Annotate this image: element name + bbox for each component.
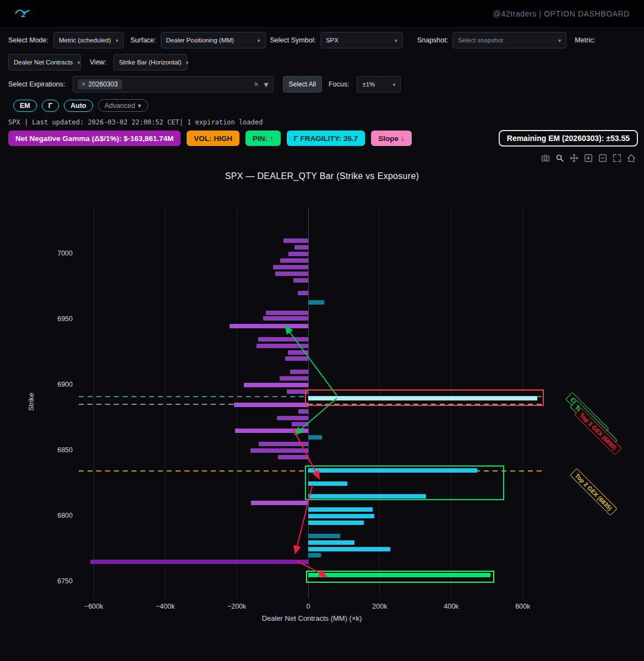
bar-strike-6900 xyxy=(244,383,308,387)
bar-strike-6925 xyxy=(288,350,308,355)
bar-strike-6905 xyxy=(280,376,308,381)
bar-strike-6920 xyxy=(285,356,308,361)
call-wall-highlight xyxy=(305,389,544,406)
gridline xyxy=(165,208,166,598)
plot-area[interactable]: −600k−400k−200k0200k400k600k700069506900… xyxy=(0,0,644,661)
bar-strike-6845 xyxy=(278,455,308,459)
bar-strike-6775 xyxy=(308,547,390,551)
x-tick-label: 0 xyxy=(291,603,326,610)
x-tick-label: −400k xyxy=(148,603,183,610)
x-tick-label: −200k xyxy=(219,603,254,610)
bar-strike-7005 xyxy=(294,245,308,250)
x-tick-label: −600k xyxy=(76,603,111,610)
bar-strike-6770 xyxy=(308,553,321,557)
bar-strike-6880 xyxy=(298,409,308,414)
bar-strike-7000 xyxy=(288,252,308,256)
bar-strike-6910 xyxy=(290,370,308,374)
put-support-highlight xyxy=(306,571,494,583)
bar-strike-6980 xyxy=(293,278,308,283)
bar-strike-6945 xyxy=(230,324,308,328)
bar-strike-6870 xyxy=(292,422,308,426)
x-tick-label: 400k xyxy=(434,603,469,610)
bar-strike-6860 xyxy=(308,435,322,440)
bar-strike-6990 xyxy=(273,265,308,269)
y-tick-label: 6950 xyxy=(33,315,73,323)
y-tick-label: 7000 xyxy=(33,250,73,257)
annotation-label: Top 3 GEX (6890) xyxy=(574,408,621,455)
y-tick-label: 6850 xyxy=(33,446,73,454)
bar-strike-6805 xyxy=(308,507,373,512)
bar-strike-6865 xyxy=(235,429,308,433)
x-tick-label: 200k xyxy=(362,603,397,610)
y-tick-label: 6800 xyxy=(33,512,73,519)
top2-gex-highlight xyxy=(305,465,504,500)
bar-strike-6885 xyxy=(234,403,308,407)
bar-strike-6985 xyxy=(275,272,308,276)
x-tick-label: 600k xyxy=(505,603,541,610)
bar-strike-6875 xyxy=(277,416,308,420)
bar-strike-7010 xyxy=(283,239,308,243)
bar-strike-6765 xyxy=(90,560,308,564)
bar-strike-6930 xyxy=(256,344,308,348)
option-dashboard: 2 @42traders | OPTION DASHBOARD Select M… xyxy=(0,0,644,661)
bar-strike-6963 xyxy=(308,300,324,305)
y-tick-label: 6750 xyxy=(33,577,73,585)
bar-strike-6995 xyxy=(280,258,308,263)
y-tick-label: 6900 xyxy=(33,381,73,388)
bar-strike-6780 xyxy=(308,540,354,545)
gridline xyxy=(94,208,94,598)
bar-strike-6850 xyxy=(250,448,308,453)
bar-strike-6800 xyxy=(308,514,374,518)
bar-strike-6855 xyxy=(259,442,308,446)
bar-strike-6810 xyxy=(251,501,308,505)
bar-strike-6795 xyxy=(308,521,364,525)
bar-strike-6970 xyxy=(298,291,308,295)
bar-strike-6935 xyxy=(258,337,308,342)
bar-strike-6951 xyxy=(263,316,308,321)
bar-strike-6785 xyxy=(308,534,340,538)
annotation-label: Top 2 GEX (6835) xyxy=(570,468,617,516)
bar-strike-6955 xyxy=(266,311,308,315)
